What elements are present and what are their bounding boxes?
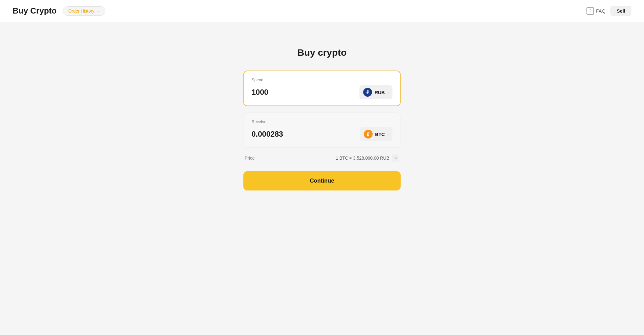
price-label: Price [245, 156, 255, 161]
header-left: Buy Crypto Order History → [13, 6, 105, 16]
sell-label: Sell [617, 8, 625, 14]
spend-label: Spend [252, 77, 392, 82]
main-content: Buy crypto Spend ₽ RUB › Receive [0, 22, 644, 190]
continue-label: Continue [310, 178, 334, 184]
rub-icon: ₽ [363, 88, 372, 97]
price-value: 1 BTC ≈ 3,528,000.00 RUB [336, 156, 389, 161]
receive-label: Receive [252, 119, 392, 124]
spend-currency-selector[interactable]: ₽ RUB › [359, 85, 392, 99]
order-history-label: Order History → [68, 9, 100, 14]
spend-chevron-icon: › [387, 90, 389, 95]
rub-symbol: ₽ [366, 90, 369, 95]
spend-card: Spend ₽ RUB › [243, 71, 401, 106]
faq-label: FAQ [596, 8, 605, 14]
receive-chevron-icon: › [387, 132, 389, 137]
buy-crypto-heading: Buy crypto [297, 47, 347, 58]
receive-amount-input[interactable] [252, 130, 336, 139]
receive-currency-selector[interactable]: ₿ BTC › [360, 127, 392, 141]
form-container: Spend ₽ RUB › Receive ₿ [243, 71, 401, 190]
header: Buy Crypto Order History → ? FAQ Sell [0, 0, 644, 22]
continue-button[interactable]: Continue [243, 171, 401, 190]
spend-amount-input[interactable] [252, 88, 336, 97]
receive-card: Receive ₿ BTC › [243, 112, 401, 148]
price-row: Price 1 BTC ≈ 3,528,000.00 RUB ⇅ [243, 154, 401, 162]
swap-icon[interactable]: ⇅ [392, 154, 399, 162]
btc-symbol: ₿ [367, 132, 369, 137]
price-value-row: 1 BTC ≈ 3,528,000.00 RUB ⇅ [336, 154, 399, 162]
receive-input-row: ₿ BTC › [252, 127, 392, 141]
page-title: Buy Crypto [13, 6, 57, 16]
faq-button[interactable]: ? FAQ [586, 7, 605, 15]
spend-currency-code: RUB [375, 90, 385, 95]
faq-icon: ? [586, 7, 594, 15]
sell-button[interactable]: Sell [610, 6, 631, 16]
spend-input-row: ₽ RUB › [252, 85, 392, 99]
header-right: ? FAQ Sell [586, 6, 631, 16]
order-history-button[interactable]: Order History → [63, 6, 105, 16]
receive-currency-code: BTC [375, 132, 385, 137]
btc-icon: ₿ [364, 130, 373, 139]
